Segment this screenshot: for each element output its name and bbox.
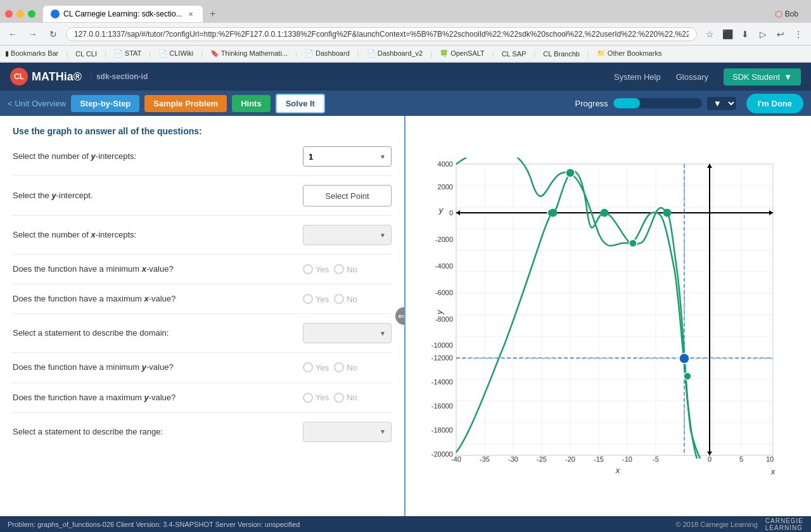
browser-tab[interactable]: CL Carnegie Learning: sdk-sectio... ✕ [43,6,203,22]
radio-no-label: No [347,294,357,304]
new-tab-button[interactable]: + [205,6,220,22]
y-intercepts-dropdown[interactable]: 1 ▼ [303,146,392,167]
status-bar: Problem: graphs_of_functions-026 Client … [0,516,811,532]
question-text-q9: Select a statement to describe the range… [13,426,295,438]
app-logo: CL MATHia® sdk-section-id [10,68,148,86]
bookmark-icon[interactable]: ☆ [702,27,717,42]
question-text-q4: Does the function have a minimum x-value… [13,263,295,275]
solve-it-button[interactable]: Solve It [276,94,325,113]
radio-circle [303,393,313,403]
max-x-radio-group: Yes No [303,294,392,304]
bookmark-branchb[interactable]: CL Branchb [543,50,580,58]
question-row: Select the number of y-intercepts: 1 ▼ [13,146,392,176]
svg-text:4000: 4000 [438,160,453,168]
questions-panel: Use the graph to answer all of the quest… [0,116,406,516]
back-alt-icon[interactable]: ↩ [773,27,788,42]
forward-button[interactable]: → [25,27,41,42]
svg-point-65 [601,209,608,217]
bookmark-opensalt[interactable]: 🍀 OpenSALT [440,49,485,58]
chevron-down-icon: ▼ [380,428,386,435]
min-y-no-radio[interactable]: No [334,362,357,372]
radio-circle [334,294,344,304]
min-y-yes-radio[interactable]: Yes [303,362,329,372]
svg-text:y: y [438,205,444,215]
cast-icon[interactable]: ▷ [755,27,770,42]
bookmark-dashboard-v2[interactable]: 📄 Dashboard_v2 [367,49,423,58]
unit-overview-link[interactable]: < Unit Overview [8,99,66,108]
maximize-button[interactable] [28,10,35,18]
radio-yes-label: Yes [316,363,329,372]
svg-text:-5: -5 [653,455,659,463]
max-x-no-radio[interactable]: No [334,294,357,304]
im-done-button[interactable]: I'm Done [746,94,803,113]
question-row: Select the number of x-intercepts: ▼ [13,225,392,255]
question-row: Does the function have a maximum y-value… [13,392,392,413]
minimize-button[interactable] [16,10,24,18]
bookmark-bookmarks-bar[interactable]: ▮ Bookmarks Bar [5,49,58,58]
answer-area-q1: 1 ▼ [303,146,392,167]
system-help-link[interactable]: System Help [614,72,661,82]
radio-yes-label: Yes [316,393,329,402]
back-button[interactable]: ← [5,27,20,42]
answer-area-q6: ▼ [303,323,392,343]
tab-label: CL Carnegie Learning: sdk-sectio... [63,10,182,18]
radio-circle [334,393,344,403]
max-y-no-radio[interactable]: No [334,393,357,403]
answer-area-q9: ▼ [303,422,392,442]
radio-no-label: No [347,265,357,274]
min-x-yes-radio[interactable]: Yes [303,264,329,274]
domain-dropdown[interactable]: ▼ [303,323,392,343]
min-x-no-radio[interactable]: No [334,264,357,274]
step-by-step-button[interactable]: Step-by-Step [71,95,139,112]
bookmarks-bar: ▮ Bookmarks Bar | CL CLI | 📄 STAT | 📄 CL… [0,46,811,62]
sdk-student-button[interactable]: SDK Student ▼ [724,68,801,86]
tab-bar: CL Carnegie Learning: sdk-sectio... ✕ + … [0,0,811,23]
problem-info: Problem: graphs_of_functions-026 Client … [8,521,300,528]
tab-close-icon[interactable]: ✕ [186,10,195,18]
menu-icon[interactable]: ⋮ [791,27,806,42]
panel-resize-handle[interactable]: ⟺ [395,307,406,325]
questions-title: Use the graph to answer all of the quest… [13,126,392,136]
min-y-radio-group: Yes No [303,362,392,372]
radio-circle [303,264,313,274]
y-intercepts-value: 1 [309,152,313,162]
extensions-icon[interactable]: ⬛ [720,27,735,42]
svg-text:x: x [770,467,776,474]
glossary-link[interactable]: Glossary [676,72,708,82]
close-button[interactable] [5,10,13,18]
range-dropdown[interactable]: ▼ [303,422,392,442]
url-bar: ← → ↻ ☆ ⬛ ⬇ ▷ ↩ ⋮ [0,23,811,46]
bookmark-cl-cli[interactable]: CL CLI [75,50,97,58]
max-x-yes-radio[interactable]: Yes [303,294,329,304]
sample-problem-button[interactable]: Sample Problem [144,95,227,112]
bookmark-other[interactable]: 📁 Other Bookmarks [597,49,662,58]
bookmark-sap[interactable]: CL SAP [502,50,527,58]
svg-text:y: y [435,309,444,315]
bookmark-cliwiki[interactable]: 📄 CLIWiki [158,49,193,58]
url-input[interactable] [66,27,697,41]
svg-text:-18000: -18000 [431,426,453,434]
app-topnav: CL MATHia® sdk-section-id System Help Gl… [0,63,811,91]
max-y-yes-radio[interactable]: Yes [303,393,329,403]
svg-text:-20000: -20000 [431,450,453,458]
reload-button[interactable]: ↻ [46,27,61,42]
x-intercepts-dropdown[interactable]: ▼ [303,225,392,245]
select-point-button[interactable]: Select Point [303,185,392,206]
bookmark-stat[interactable]: 📄 STAT [114,49,142,58]
answer-area-q4: Yes No [303,264,392,274]
bookmark-dashboard[interactable]: 📄 Dashboard [305,49,350,58]
question-row: Select the y-intercept. Select Point [13,185,392,216]
svg-text:0: 0 [449,209,453,217]
question-text-q5: Does the function have a maximum x-value… [13,293,295,305]
question-text-q1: Select the number of y-intercepts: [13,151,295,162]
download-icon[interactable]: ⬇ [738,27,753,42]
sdk-section-label: sdk-section-id [91,72,148,81]
svg-point-71 [684,372,691,380]
question-row: Does the function have a maximum x-value… [13,293,392,314]
app-container: CL MATHia® sdk-section-id System Help Gl… [0,63,811,532]
hints-button[interactable]: Hints [232,95,271,112]
progress-dropdown[interactable]: ▼ [707,97,736,110]
radio-no-label: No [347,363,357,372]
bookmark-thinking[interactable]: 🔖 Thinking Mathemati... [210,49,288,58]
progress-bar-fill [613,98,640,108]
